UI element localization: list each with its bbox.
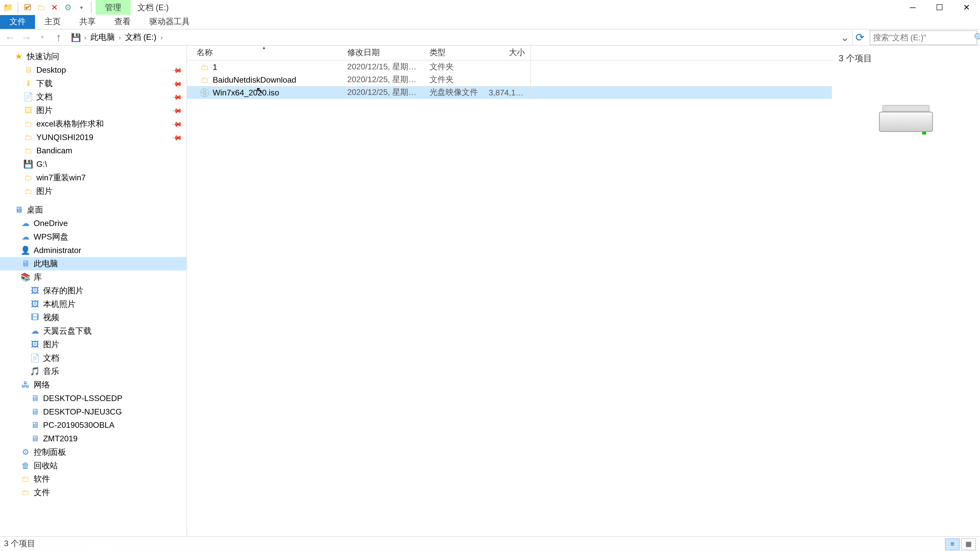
tree-label: DESKTOP-LSSOEDP: [43, 394, 123, 403]
chevron-right-icon[interactable]: ›: [159, 34, 164, 41]
qat-dropdown-icon[interactable]: ▾: [76, 2, 87, 13]
tree-item[interactable]: 🗀文件: [0, 486, 186, 499]
pic-icon: 🖼: [30, 339, 40, 350]
tree-item[interactable]: 📚库: [0, 270, 186, 284]
tree-quick-access-item[interactable]: 🗀图片: [0, 184, 186, 198]
qat-close-icon[interactable]: ✕: [49, 2, 60, 13]
maximize-button[interactable]: ☐: [926, 0, 953, 15]
file-row[interactable]: 🗀1 2020/12/15, 星期二 1... 文件夹: [187, 60, 832, 73]
desktop-icon: 🖥: [23, 65, 34, 75]
tree-item[interactable]: ☁OneDrive: [0, 217, 186, 230]
nav-up-button[interactable]: ↑: [51, 30, 66, 44]
column-header-name[interactable]: 名称▴: [187, 47, 338, 59]
pc-net-icon: 🖥: [30, 393, 40, 403]
tree-quick-access-item[interactable]: 📄文档📌: [0, 90, 186, 103]
breadcrumb[interactable]: 💾 › 此电脑 › 文档 (E:) ›: [67, 30, 837, 44]
qat-properties-icon[interactable]: 🗹: [22, 2, 33, 13]
pc-net-icon: 🖥: [30, 407, 40, 417]
tree-item[interactable]: ⚙控制面板: [0, 445, 186, 459]
chevron-right-icon[interactable]: ›: [83, 34, 88, 41]
column-header-type[interactable]: 类型: [420, 47, 489, 59]
qat-settings-icon[interactable]: ⚙: [62, 2, 73, 13]
ribbon-tab-home[interactable]: 主页: [35, 15, 70, 29]
close-button[interactable]: ✕: [953, 0, 980, 15]
pc-net-icon: 🖥: [30, 433, 40, 444]
tree-quick-access-item[interactable]: 🖥Desktop📌: [0, 63, 186, 77]
column-header-size[interactable]: 大小: [489, 47, 529, 59]
address-history-dropdown[interactable]: ⌄: [838, 31, 851, 44]
tree-item[interactable]: 🗀软件: [0, 472, 186, 486]
folder-icon: 🗀: [199, 74, 210, 85]
tree-quick-access-item[interactable]: 🗀win7重装win7: [0, 171, 186, 184]
tree-item[interactable]: 🖥DESKTOP-NJEU3CG: [0, 405, 186, 419]
tree-item[interactable]: 🖼图片: [0, 338, 186, 351]
file-row[interactable]: 💿Win7x64_2020.iso 2020/12/25, 星期五 1... 光…: [187, 86, 832, 99]
tree-item[interactable]: 📄文档: [0, 351, 186, 365]
tree-item[interactable]: 🖥此电脑: [0, 257, 186, 270]
tree-quick-access-item[interactable]: 💾G:\: [0, 157, 186, 171]
tree-item[interactable]: 🎞视频: [0, 311, 186, 324]
tree-label: 图片: [43, 339, 59, 350]
tree-quick-access-item[interactable]: 🗀Bandicam: [0, 144, 186, 157]
title-bar: 📁 🗹 🗀 ✕ ⚙ ▾ 管理 文档 (E:) ─ ☐ ✕: [0, 0, 980, 15]
qat-folder-icon[interactable]: 🗀: [36, 2, 46, 13]
folder-icon: 🗀: [23, 118, 34, 129]
tree-label: Bandicam: [36, 146, 72, 156]
search-icon[interactable]: 🔍: [974, 33, 980, 42]
tree-item[interactable]: 🖥DESKTOP-LSSOEDP: [0, 392, 186, 405]
tree-item[interactable]: 🖼本机照片: [0, 297, 186, 311]
file-row[interactable]: 🗀BaiduNetdiskDownload 2020/12/25, 星期五 1.…: [187, 73, 832, 86]
breadcrumb-this-pc[interactable]: 此电脑: [89, 32, 116, 43]
tree-label: 文件: [34, 487, 50, 498]
file-date: 2020/12/15, 星期二 1...: [338, 61, 420, 73]
tree-label: 库: [34, 272, 42, 283]
tree-label: OneDrive: [34, 219, 68, 228]
lib-icon: 📚: [20, 272, 31, 283]
tree-item[interactable]: 🎵音乐: [0, 365, 186, 378]
tree-label: 此电脑: [34, 258, 58, 269]
tree-quick-access-item[interactable]: 🖼图片📌: [0, 103, 186, 117]
search-input[interactable]: [873, 33, 974, 42]
tree-item[interactable]: 🖥PC-20190530OBLA: [0, 418, 186, 432]
minimize-button[interactable]: ─: [899, 0, 926, 15]
pin-icon: 📌: [172, 118, 183, 129]
view-thumbnails-button[interactable]: ▦: [961, 538, 976, 550]
tree-label: YUNQISHI2019: [36, 133, 93, 142]
tree-label: 图片: [36, 186, 52, 197]
tree-label: 快速访问: [27, 51, 59, 62]
tree-quick-access-item[interactable]: 🗀YUNQISHI2019📌: [0, 130, 186, 144]
pin-icon: 📌: [172, 105, 183, 116]
bin-icon: 🗑: [20, 460, 31, 471]
ribbon-tab-file[interactable]: 文件: [0, 15, 35, 29]
tree-item[interactable]: 🖧网络: [0, 378, 186, 392]
nav-forward-button[interactable]: →: [19, 30, 34, 44]
pic-icon: 🖼: [30, 285, 40, 296]
nav-recent-dropdown[interactable]: ▾: [35, 30, 50, 44]
nav-back-button[interactable]: ←: [3, 30, 18, 44]
breadcrumb-location[interactable]: 文档 (E:): [124, 32, 158, 43]
tree-label: Administrator: [34, 246, 81, 255]
ribbon-tab-drive-tools[interactable]: 驱动器工具: [140, 15, 199, 29]
navigation-tree[interactable]: ★ 快速访问 🖥Desktop📌⬇下载📌📄文档📌🖼图片📌🗀excel表格制作求和…: [0, 46, 187, 536]
tree-item[interactable]: 🗑回收站: [0, 459, 186, 472]
tree-quick-access[interactable]: ★ 快速访问: [0, 50, 186, 63]
view-details-button[interactable]: ≡: [945, 538, 960, 550]
tree-quick-access-item[interactable]: ⬇下载📌: [0, 77, 186, 90]
tree-item[interactable]: 👤Administrator: [0, 244, 186, 257]
tree-quick-access-item[interactable]: 🗀excel表格制作求和📌: [0, 117, 186, 130]
status-bar: 3 个项目 ≡ ▦: [0, 536, 980, 551]
ribbon-tab-share[interactable]: 共享: [70, 15, 105, 29]
cloud-icon: ☁: [30, 326, 40, 336]
ribbon-tab-view[interactable]: 查看: [105, 15, 140, 29]
tree-item[interactable]: 🖥ZMT2019: [0, 432, 186, 445]
file-date: 2020/12/25, 星期五 1...: [338, 87, 420, 98]
tree-label: 音乐: [43, 365, 59, 377]
column-header-date[interactable]: 修改日期: [338, 47, 420, 59]
search-box[interactable]: 🔍: [870, 30, 977, 44]
chevron-right-icon[interactable]: ›: [118, 34, 122, 41]
tree-item[interactable]: ☁WPS网盘: [0, 230, 186, 244]
tree-item[interactable]: 🖼保存的图片: [0, 284, 186, 297]
tree-item[interactable]: ☁天翼云盘下载: [0, 324, 186, 338]
refresh-button[interactable]: ⟳: [852, 30, 867, 44]
tree-desktop-root[interactable]: 🖥 桌面: [0, 203, 186, 217]
